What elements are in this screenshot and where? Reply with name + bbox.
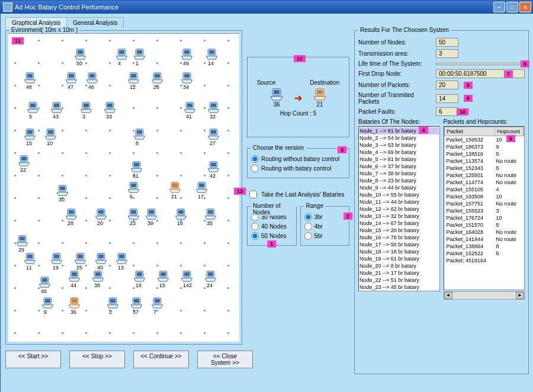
- node-16[interactable]: 16: [174, 208, 188, 220]
- radio-3br[interactable]: 3br: [304, 213, 346, 221]
- node-142[interactable]: 142: [180, 271, 194, 282]
- node-40[interactable]: 40: [94, 253, 108, 265]
- batary-row[interactable]: Node_3 --> 53 br batary: [359, 142, 439, 149]
- node-44[interactable]: 44: [68, 271, 81, 282]
- batary-row[interactable]: Node_12 --> 62 br batary: [359, 205, 439, 213]
- node-23[interactable]: 23: [127, 208, 140, 220]
- node-18[interactable]: 18: [133, 271, 146, 282]
- maximize-button[interactable]: □: [506, 2, 518, 12]
- node-24[interactable]: 24: [204, 271, 217, 282]
- batary-row[interactable]: Node_7 --> 38 br batary: [359, 170, 439, 177]
- node-3[interactable]: 3: [79, 102, 93, 114]
- node-30[interactable]: 30: [56, 185, 69, 197]
- batary-row[interactable]: Node_22 --> 51 br batary: [359, 277, 439, 284]
- close-button[interactable]: ×: [519, 2, 531, 12]
- node-46[interactable]: 46: [85, 72, 99, 84]
- node-8[interactable]: 8: [133, 128, 146, 140]
- node-14[interactable]: 14: [205, 49, 219, 60]
- node-39[interactable]: 39: [145, 208, 158, 220]
- node-41[interactable]: 41: [183, 102, 197, 114]
- node-19[interactable]: 19: [50, 253, 63, 265]
- node-17[interactable]: 17: [195, 182, 208, 194]
- batary-row[interactable]: Node_14 --> 67 br batary: [359, 220, 439, 227]
- packet-row[interactable]: Packet_18350810: [444, 193, 525, 200]
- node-5[interactable]: 5: [26, 102, 40, 114]
- start-button[interactable]: << Start >>: [5, 351, 61, 368]
- packet-row[interactable]: Packet_1515705: [444, 221, 525, 229]
- batary-row[interactable]: Node_2 --> 54 br batary: [359, 134, 439, 142]
- node-49[interactable]: 49: [180, 49, 194, 60]
- node-47[interactable]: 47: [65, 72, 78, 84]
- node-37[interactable]: 37: [130, 297, 143, 309]
- node-2[interactable]: 2: [106, 297, 120, 309]
- batary-row[interactable]: Node_21 --> 17 br batary: [359, 269, 439, 277]
- radio-without-batary[interactable]: Routing without batary control: [251, 155, 345, 163]
- node-50[interactable]: 50: [73, 49, 87, 60]
- node-15[interactable]: 15: [156, 271, 170, 282]
- batary-row[interactable]: Node_4 --> 69 br batary: [359, 149, 439, 156]
- batary-row[interactable]: Node_6 --> 37 br batary: [359, 163, 439, 170]
- packet-row[interactable]: Packet: 4519164: [444, 257, 525, 264]
- radio-4br[interactable]: 4br: [304, 223, 346, 230]
- node-42[interactable]: 42: [207, 161, 220, 173]
- radio-with-batary[interactable]: Routing with batary control: [251, 165, 345, 172]
- node-7[interactable]: 7: [150, 297, 164, 309]
- node-33[interactable]: 33: [103, 102, 117, 114]
- packet-row[interactable]: Packet_141444No route: [444, 236, 525, 243]
- bataries-listbox[interactable]: Node_1 --> 81 br bataryNode_2 --> 54 br …: [358, 126, 440, 291]
- batary-row[interactable]: Node_19 --> 61 br batary: [359, 255, 439, 262]
- packet-row[interactable]: Packet_164028No route: [444, 229, 525, 236]
- batary-row[interactable]: Node_9 --> 44 br batary: [359, 184, 439, 191]
- node-43[interactable]: 43: [50, 102, 63, 114]
- node-10[interactable]: 10: [44, 128, 57, 140]
- node-22[interactable]: 22: [17, 155, 31, 167]
- batary-row[interactable]: Node_17 --> 50 br batary: [359, 241, 439, 248]
- node-27[interactable]: 27: [207, 128, 220, 140]
- packet-row[interactable]: Packet_114774No route: [444, 179, 525, 186]
- node-45[interactable]: 45: [38, 277, 52, 288]
- node-11[interactable]: 11: [23, 253, 37, 265]
- node-26[interactable]: 26: [150, 72, 164, 84]
- batary-row[interactable]: Node_13 --> 32 br batary: [359, 213, 439, 220]
- packet-row[interactable]: Packet_17672410: [444, 214, 525, 221]
- node-9[interactable]: 9: [41, 297, 54, 309]
- radio-40[interactable]: 40 Nodes: [251, 223, 293, 230]
- node-35[interactable]: 35: [204, 208, 217, 220]
- packet-row[interactable]: Packet_1525225: [444, 250, 525, 257]
- radio-5br[interactable]: 5br: [304, 232, 346, 240]
- packet-row[interactable]: Packet_1555233: [444, 207, 525, 214]
- scroll-right-icon[interactable]: ►: [516, 292, 524, 299]
- node-6[interactable]: 6: [127, 182, 140, 194]
- node-15[interactable]: 15: [23, 128, 37, 140]
- batary-row[interactable]: Node_8 --> 23 br batary: [359, 177, 439, 184]
- node-20[interactable]: 20: [94, 208, 108, 220]
- node-34[interactable]: 34: [180, 72, 194, 84]
- batary-row[interactable]: Node_10 --> 55 br batary: [359, 191, 439, 198]
- node-31[interactable]: 31: [130, 161, 143, 173]
- packet-row[interactable]: Packet_1863739: [444, 143, 525, 150]
- stop-button[interactable]: << Stop >>: [69, 351, 125, 368]
- node-38[interactable]: 38: [91, 271, 105, 282]
- node-13[interactable]: 13: [115, 253, 129, 265]
- node-12[interactable]: 12: [127, 72, 140, 84]
- packet-row[interactable]: Packet_157751No route: [444, 200, 525, 207]
- node-48[interactable]: 48: [23, 72, 37, 84]
- node-28[interactable]: 28: [65, 208, 78, 220]
- node-25[interactable]: 25: [73, 253, 87, 265]
- packet-row[interactable]: Packet_1285165: [444, 150, 525, 158]
- minimize-button[interactable]: –: [493, 2, 505, 12]
- packet-row[interactable]: Packet_113574No route: [444, 158, 525, 165]
- node-29[interactable]: 29: [15, 235, 29, 247]
- take-last-checkbox[interactable]: Take the Last Analysis' Bataries: [247, 189, 349, 200]
- packets-listbox[interactable]: Packet Hopcount Packet_15953210Packet_18…: [444, 126, 525, 290]
- continue-button[interactable]: << Continue >>: [133, 351, 189, 368]
- node-21[interactable]: 21: [168, 182, 182, 194]
- node-36[interactable]: 36: [68, 297, 81, 309]
- batary-row[interactable]: Node_20 --> 8 br batary: [359, 262, 439, 269]
- packet-row[interactable]: Packet_1551054: [444, 186, 525, 193]
- batary-row[interactable]: Node_23 --> 45 br batary: [359, 284, 439, 291]
- batary-row[interactable]: Node_16 --> 78 br batary: [359, 234, 439, 241]
- close-system-button[interactable]: << Close System >>: [197, 351, 253, 368]
- node-32[interactable]: 32: [207, 102, 220, 114]
- batary-row[interactable]: Node_15 --> 20 br batary: [359, 227, 439, 234]
